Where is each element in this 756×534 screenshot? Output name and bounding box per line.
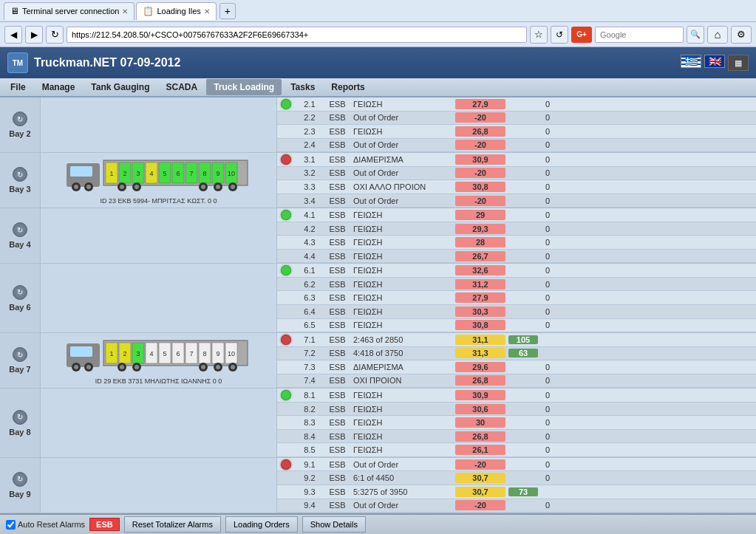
auto-reset-checkbox[interactable]	[6, 520, 16, 530]
cell-name: 6:1 of 4450	[350, 473, 454, 482]
table-row: 3.2ESBOut of Order-200	[277, 167, 756, 181]
cell-row-id: 8.5	[295, 445, 324, 454]
svg-text:8: 8	[202, 350, 206, 357]
cell-value: -20	[455, 168, 505, 178]
bay-refresh-button[interactable]: ↻	[13, 472, 27, 487]
refresh-button[interactable]: ↻	[46, 26, 64, 44]
bay-refresh-button[interactable]: ↻	[13, 410, 27, 425]
truck-col	[41, 97, 277, 152]
cell-zero: 0	[537, 363, 559, 372]
bay-refresh-button[interactable]: ↻	[13, 347, 27, 362]
menu-manage[interactable]: Manage	[35, 79, 83, 95]
status-dot-cell	[277, 99, 295, 109]
svg-text:4: 4	[149, 170, 153, 177]
show-details-button[interactable]: Show Details	[302, 516, 366, 533]
app-settings-button[interactable]: ▦	[728, 55, 749, 71]
tab1-close[interactable]: ✕	[122, 7, 128, 16]
cell-type: ESB	[324, 293, 350, 302]
cell-zero: 0	[537, 432, 559, 441]
main-content: ↻Bay 22.1ESBΓΕΙΩΣΗ27,902.2ESBOut of Orde…	[0, 97, 756, 513]
reset-totalizer-button[interactable]: Reset Totalizer Alarms	[124, 516, 221, 533]
cell-zero: 0	[537, 445, 559, 454]
menu-scada[interactable]: SCADA	[158, 79, 205, 95]
bay-refresh-button[interactable]: ↻	[13, 167, 27, 182]
bay-refresh-button[interactable]: ↻	[13, 285, 27, 300]
data-section: 3.1ESBΔΙΑΜΕΡΙΣΜΑ30,903.2ESBOut of Order-…	[277, 153, 756, 208]
cell-row-id: 3.3	[295, 182, 324, 191]
table-row: 8.3ESBΓΕΙΩΣΗ300	[277, 416, 756, 430]
cell-value: 30,8	[455, 320, 505, 330]
menu-tasks[interactable]: Tasks	[283, 79, 322, 95]
flag-greek[interactable]: 🇬🇷	[681, 55, 701, 68]
cell-value: -20	[455, 500, 505, 510]
cell-row-id: 2.3	[295, 127, 324, 136]
cell-type: ESB	[324, 280, 350, 289]
table-row: 8.1ESBΓΕΙΩΣΗ30,90	[277, 388, 756, 403]
bay-refresh-button[interactable]: ↻	[13, 112, 27, 126]
cell-name: ΓΕΙΩΣΗ	[350, 405, 454, 414]
loading-orders-button[interactable]: Loading Orders	[225, 516, 298, 533]
google-icon-btn[interactable]: G+	[571, 27, 592, 43]
cell-row-id: 3.1	[295, 155, 324, 164]
svg-text:6: 6	[176, 170, 180, 177]
cell-row-id: 2.1	[295, 100, 324, 109]
cell-zero: 0	[537, 473, 559, 482]
address-bar[interactable]	[67, 27, 527, 43]
data-section: 4.1ESBΓΕΙΩΣΗ2904.2ESBΓΕΙΩΣΗ29,304.3ESBΓΕ…	[277, 208, 756, 263]
forward-button[interactable]: ▶	[25, 26, 43, 44]
bay-label-col: ↻Bay 7	[0, 333, 41, 388]
search-input[interactable]	[595, 27, 684, 43]
table-row: 2.4ESBOut of Order-200	[277, 139, 756, 153]
cell-name: Out of Order	[350, 460, 454, 469]
menu-file[interactable]: File	[3, 79, 33, 95]
home-button[interactable]: ⌂	[707, 26, 728, 44]
menubar: File Manage Tank Gauging SCADA Truck Loa…	[0, 78, 756, 97]
bookmark-button[interactable]: ☆	[530, 26, 548, 44]
menu-reports[interactable]: Reports	[324, 79, 372, 95]
cell-row-id: 7.1	[295, 335, 324, 344]
new-tab-button[interactable]: +	[219, 3, 236, 19]
table-row: 2.2ESBOut of Order-200	[277, 112, 756, 126]
cell-type: ESB	[324, 460, 350, 469]
flag-uk[interactable]: 🇬🇧	[704, 55, 725, 68]
bay-label-col: ↻Bay 9	[0, 458, 41, 513]
bay-refresh-button[interactable]: ↻	[13, 222, 27, 237]
cell-extra: 63	[508, 349, 538, 357]
cell-name: ΟΧΙ ΑΛΛΟ ΠΡΟΙΟΝ	[350, 182, 454, 191]
truck-label: ID 23 EKB 5994- ΜΠΡΙΤΣΑΣ ΚΩΣΤ. 0 0	[101, 197, 217, 205]
cell-row-id: 4.4	[295, 252, 324, 261]
browser-tab-2[interactable]: 📋 Loading Iles ✕	[136, 2, 216, 20]
menu-tank-gauging[interactable]: Tank Gauging	[84, 79, 157, 95]
cell-row-id: 6.4	[295, 307, 324, 316]
cell-zero: 0	[537, 280, 559, 289]
reload-button[interactable]: ↺	[551, 26, 568, 44]
data-section: 6.1ESBΓΕΙΩΣΗ32,606.2ESBΓΕΙΩΣΗ31,206.3ESB…	[277, 264, 756, 332]
cell-value: 30,7	[455, 487, 505, 497]
cell-value: 31,3	[455, 348, 505, 358]
menu-truck-loading[interactable]: Truck Loading	[206, 79, 282, 95]
status-dot-cell	[277, 459, 295, 470]
cell-zero: 0	[537, 113, 559, 122]
bay-row-bay-9: ↻Bay 99.1ESBOut of Order-2009.2ESB6:1 of…	[0, 458, 756, 513]
search-go-button[interactable]: 🔍	[687, 26, 704, 44]
cell-zero: 0	[537, 168, 559, 177]
svg-point-61	[74, 365, 78, 369]
svg-text:9: 9	[216, 170, 219, 177]
browser-tab-1[interactable]: 🖥 Terminal server connection ✕	[4, 2, 134, 20]
cell-value: 30	[455, 417, 505, 428]
back-button[interactable]: ◀	[4, 26, 22, 44]
cell-row-id: 8.4	[295, 432, 324, 441]
cell-zero: 0	[537, 307, 559, 316]
cell-value: 30,6	[455, 404, 505, 414]
cell-name: Out of Order	[350, 113, 454, 122]
app-header: TM Truckman.NET 07-09-2012 🇬🇷 🇬🇧 ▦	[0, 47, 756, 78]
cell-row-id: 9.4	[295, 501, 324, 510]
tab2-close[interactable]: ✕	[204, 7, 210, 16]
auto-reset-label[interactable]: Auto Reset Alarms	[6, 520, 85, 530]
cell-value: 26,8	[455, 375, 505, 386]
cell-type: ESB	[324, 127, 350, 136]
cell-name: ΔΙΑΜΕΡΙΣΜΑ	[350, 363, 454, 372]
settings-button[interactable]: ⚙	[731, 26, 752, 44]
svg-point-67	[134, 365, 139, 369]
table-row: 2.1ESBΓΕΙΩΣΗ27,90	[277, 97, 756, 112]
